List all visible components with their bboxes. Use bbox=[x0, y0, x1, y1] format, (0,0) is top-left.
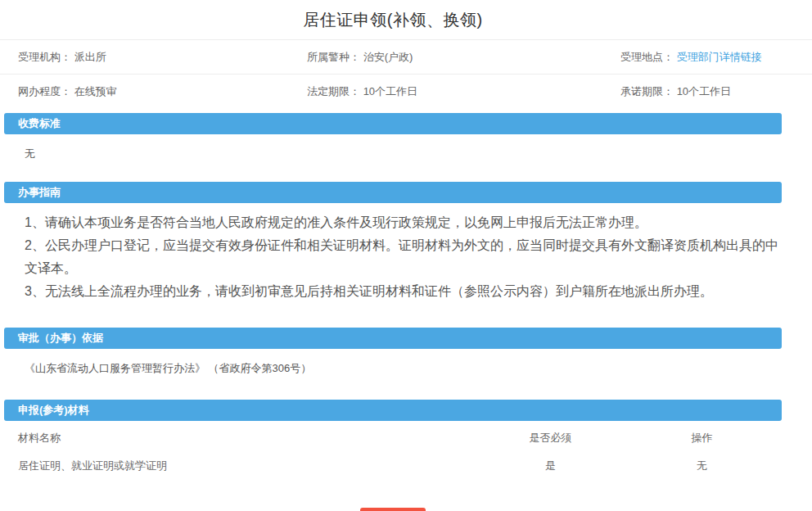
fee-standard-content: 无 bbox=[0, 134, 812, 177]
materials-table: 材料名称 是否必须 操作 居住证明、就业证明或就学证明 是 无 bbox=[0, 421, 812, 482]
submit-button-container: 申报 bbox=[0, 508, 786, 511]
police-category-value: 治安(户政) bbox=[363, 51, 413, 63]
promised-time-limit-label: 承诺期限： bbox=[620, 85, 674, 97]
material-operation-cell: 无 bbox=[622, 459, 782, 473]
accepting-location-details-link[interactable]: 受理部门详情链接 bbox=[677, 51, 762, 63]
online-degree-field: 网办程度： 在线预审 bbox=[18, 84, 307, 99]
materials-table-row: 居住证明、就业证明或就学证明 是 无 bbox=[18, 450, 782, 482]
online-degree-label: 网办程度： bbox=[18, 85, 71, 97]
material-required-cell: 是 bbox=[479, 459, 622, 473]
police-category-label: 所属警种： bbox=[307, 51, 360, 63]
guide-item-1: 1、请确认本项业务是否符合当地人民政府规定的准入条件及现行政策规定，以免网上申报… bbox=[25, 211, 787, 234]
police-category-field: 所属警种： 治安(户政) bbox=[307, 50, 620, 65]
fee-standard-section-header: 收费标准 bbox=[4, 113, 782, 134]
approval-basis-section-header: 审批（办事）依据 bbox=[4, 328, 782, 349]
page-header: 居住证申领(补领、换领) bbox=[0, 0, 786, 39]
accepting-agency-value: 派出所 bbox=[74, 51, 106, 63]
promised-time-limit-value: 10个工作日 bbox=[677, 85, 731, 97]
legal-time-limit-label: 法定期限： bbox=[307, 85, 360, 97]
materials-section-header: 申报(参考)材料 bbox=[4, 400, 782, 421]
legal-time-limit-field: 法定期限： 10个工作日 bbox=[307, 84, 620, 99]
material-name-cell: 居住证明、就业证明或就学证明 bbox=[18, 459, 479, 473]
materials-table-header-row: 材料名称 是否必须 操作 bbox=[18, 421, 782, 450]
accepting-location-label: 受理地点： bbox=[620, 51, 674, 63]
materials-column-required: 是否必须 bbox=[479, 431, 622, 445]
guide-list: 1、请确认本项业务是否符合当地人民政府规定的准入条件及现行政策规定，以免网上申报… bbox=[0, 203, 812, 323]
submit-button[interactable]: 申报 bbox=[360, 508, 426, 511]
online-degree-value: 在线预审 bbox=[74, 85, 117, 97]
materials-column-name: 材料名称 bbox=[18, 431, 479, 445]
guide-item-2: 2、公民办理户口登记，应当提交有效身份证件和相关证明材料。证明材料为外文的，应当… bbox=[25, 234, 787, 280]
accepting-agency-label: 受理机构： bbox=[18, 51, 71, 63]
approval-basis-content: 《山东省流动人口服务管理暂行办法》 （省政府令第306号） bbox=[0, 349, 812, 395]
guide-item-3: 3、无法线上全流程办理的业务，请收到初审意见后持相关证明材料和证件（参照公示内容… bbox=[25, 280, 787, 303]
guide-section-header: 办事指南 bbox=[4, 182, 782, 203]
info-row-2: 网办程度： 在线预审 法定期限： 10个工作日 承诺期限： 10个工作日 bbox=[0, 74, 812, 108]
materials-column-operation: 操作 bbox=[622, 431, 782, 445]
promised-time-limit-field: 承诺期限： 10个工作日 bbox=[620, 84, 812, 99]
accepting-agency-field: 受理机构： 派出所 bbox=[18, 50, 307, 65]
page-title: 居住证申领(补领、换领) bbox=[303, 9, 482, 31]
info-row-1: 受理机构： 派出所 所属警种： 治安(户政) 受理地点： 受理部门详情链接 bbox=[0, 39, 812, 74]
accepting-location-field: 受理地点： 受理部门详情链接 bbox=[620, 50, 812, 65]
service-detail-page: 居住证申领(补领、换领) 受理机构： 派出所 所属警种： 治安(户政) 受理地点… bbox=[0, 0, 812, 511]
legal-time-limit-value: 10个工作日 bbox=[363, 85, 417, 97]
